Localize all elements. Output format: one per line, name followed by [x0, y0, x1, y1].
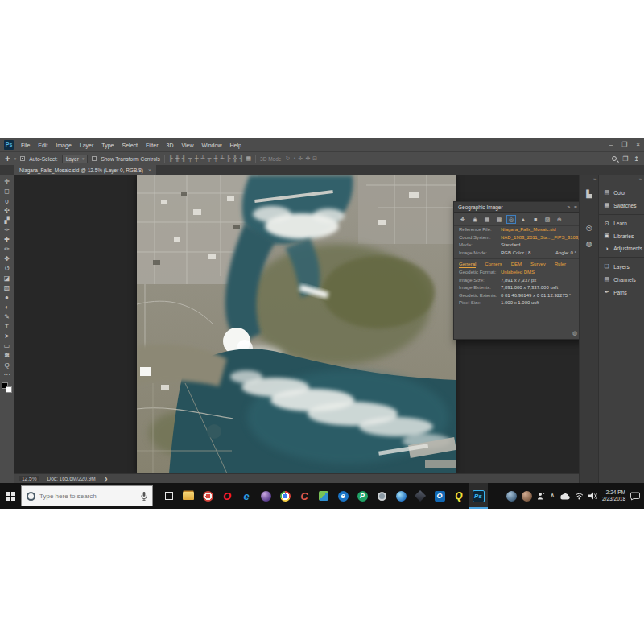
panel-item-layers[interactable]: ❏ Layers [599, 260, 644, 273]
search-zoom-app-button[interactable] [372, 483, 391, 509]
search-input[interactable] [39, 493, 137, 500]
tab-dem[interactable]: DEM [511, 262, 522, 268]
eyedropper-tool[interactable]: ✑ [0, 225, 14, 235]
qgis-button[interactable]: Q [449, 483, 469, 509]
green-p-app-button[interactable]: P [353, 483, 372, 509]
panel-item-color[interactable]: ▤ Color [599, 186, 644, 199]
panel-item-learn[interactable]: ʘ Learn [599, 217, 644, 229]
reference-file-value[interactable]: Niagara_Falls_Mosaic.sid [501, 227, 556, 233]
search-icon[interactable] [612, 156, 617, 161]
move-tool[interactable]: ✛ [0, 177, 14, 187]
menu-type[interactable]: Type [101, 142, 114, 148]
tool-preset-caret-icon[interactable]: ▾ [14, 156, 17, 161]
chrome-button[interactable] [275, 483, 295, 509]
show-transform-checkbox[interactable] [92, 156, 97, 161]
outlook-button[interactable]: O [430, 483, 449, 509]
tab-general[interactable]: General [459, 262, 476, 268]
move-tool-icon[interactable]: ✛ [5, 155, 10, 163]
gi-edit-grid-icon[interactable]: ▨ [543, 215, 552, 224]
clone-stamp-tool[interactable]: ✥ [0, 254, 14, 264]
green-map-app-button[interactable] [314, 483, 333, 509]
gi-terrain-icon[interactable]: ▲ [518, 215, 528, 224]
gi-export-icon[interactable]: ◍ [572, 330, 577, 336]
blue-circle-app-button[interactable]: e [333, 483, 353, 509]
menu-edit[interactable]: Edit [38, 142, 47, 148]
microphone-icon[interactable] [141, 492, 147, 501]
gi-tile-icon[interactable]: ▩ [494, 215, 504, 224]
align-top-icon[interactable]: ╤ [188, 155, 192, 162]
onedrive-cloud-icon[interactable] [559, 493, 570, 500]
align-center-h-icon[interactable]: ╫ [175, 155, 180, 162]
start-button[interactable] [0, 483, 21, 509]
internet-explorer-button[interactable]: e [237, 483, 256, 509]
network-icon[interactable] [575, 493, 584, 500]
shape-tool[interactable]: ▭ [0, 341, 14, 351]
gi-import-icon[interactable]: ◉ [470, 215, 480, 224]
purple-sphere-app-button[interactable] [256, 483, 275, 509]
info-panel-icon[interactable]: ◎ [586, 220, 592, 236]
dock-collapse-icon[interactable]: » [599, 175, 644, 186]
distribute-middle-icon[interactable]: ┼ [214, 155, 218, 162]
align-right-icon[interactable]: ╢ [182, 155, 186, 162]
dodge-tool[interactable]: ◐ [0, 303, 14, 312]
workspace-switcher-icon[interactable]: ❐ [622, 155, 628, 163]
threed-roll-icon[interactable]: ◔ [292, 155, 295, 162]
distribute-top-icon[interactable]: ┬ [208, 155, 212, 162]
zoom-tool[interactable]: Q [0, 361, 14, 370]
panel-item-adjustments[interactable]: ◑ Adjustments [599, 242, 644, 254]
tab-survey[interactable]: Survey [530, 262, 546, 268]
user-avatar-2[interactable] [522, 491, 532, 502]
gi-transform-icon[interactable]: ✥ [458, 215, 468, 224]
properties-panel-icon[interactable]: ◍ [586, 236, 592, 252]
c-swirl-app-button[interactable]: C [295, 483, 314, 509]
marquee-tool[interactable]: ◻ [0, 187, 14, 196]
panel-item-paths[interactable]: ✒ Paths [599, 286, 644, 299]
auto-select-checkbox[interactable] [20, 156, 25, 161]
panel-item-libraries[interactable]: ▣ Libraries [599, 229, 644, 242]
menu-select[interactable]: Select [122, 142, 138, 148]
tab-ruler[interactable]: Ruler [555, 262, 566, 268]
restore-button[interactable]: ❐ [621, 142, 627, 148]
type-tool[interactable]: T [0, 322, 14, 332]
brush-tool[interactable]: ✏ [0, 245, 14, 254]
align-bottom-icon[interactable]: ╧ [201, 155, 205, 162]
background-color-swatch[interactable] [6, 386, 12, 393]
close-button[interactable]: × [636, 142, 640, 148]
crop-tool[interactable]: ▞ [0, 216, 14, 225]
menu-3d[interactable]: 3D [167, 142, 174, 148]
gi-georeference-icon[interactable]: ◎ [506, 215, 516, 224]
menu-filter[interactable]: Filter [146, 142, 159, 148]
gi-image-icon[interactable]: ■ [530, 215, 540, 224]
threed-slide-icon[interactable]: ✥ [305, 155, 310, 162]
dock-collapse-icon[interactable]: » [580, 175, 598, 186]
photoshop-button[interactable]: Ps [469, 483, 488, 509]
minimize-button[interactable]: – [609, 142, 613, 148]
panel-collapse-icon[interactable]: » [568, 204, 571, 210]
healing-brush-tool[interactable]: ✚ [0, 235, 14, 245]
distribute-right-icon[interactable]: ╣ [239, 155, 243, 162]
panel-item-swatches[interactable]: ▦ Swatches [599, 199, 644, 212]
distribute-center-icon[interactable]: ╬ [233, 155, 237, 162]
distribute-bottom-icon[interactable]: ┴ [221, 155, 225, 162]
opera-button[interactable]: O [217, 483, 237, 509]
path-selection-tool[interactable]: ➤ [0, 332, 14, 341]
tab-corners[interactable]: Corners [485, 262, 502, 268]
blur-tool[interactable]: ● [0, 293, 14, 303]
user-avatar-1[interactable] [506, 491, 517, 502]
menu-image[interactable]: Image [56, 142, 71, 148]
histogram-panel-icon[interactable]: ▙ [586, 186, 592, 202]
hand-tool[interactable]: ✽ [0, 351, 14, 361]
panel-menu-icon[interactable]: ≡ [574, 204, 577, 210]
share-icon[interactable]: ↥ [634, 155, 639, 163]
align-options-icon[interactable]: ▦ [246, 155, 251, 162]
threed-rotate-icon[interactable]: ↻ [285, 155, 290, 162]
geographic-imager-header[interactable]: Geographic Imager » ≡ [454, 202, 579, 213]
auto-select-target-dropdown[interactable]: Layer ▾ [62, 155, 89, 163]
status-options-chevron-icon[interactable]: ❯ [104, 476, 108, 482]
distribute-left-icon[interactable]: ╠ [226, 155, 230, 162]
gi-add-icon[interactable]: ⊕ [555, 215, 564, 224]
threed-drag-icon[interactable]: ✛ [299, 155, 303, 162]
action-center-icon[interactable] [630, 492, 640, 501]
zoom-level-field[interactable]: 12.5% [19, 476, 39, 481]
edit-toolbar-icon[interactable]: ⋯ [0, 370, 14, 380]
